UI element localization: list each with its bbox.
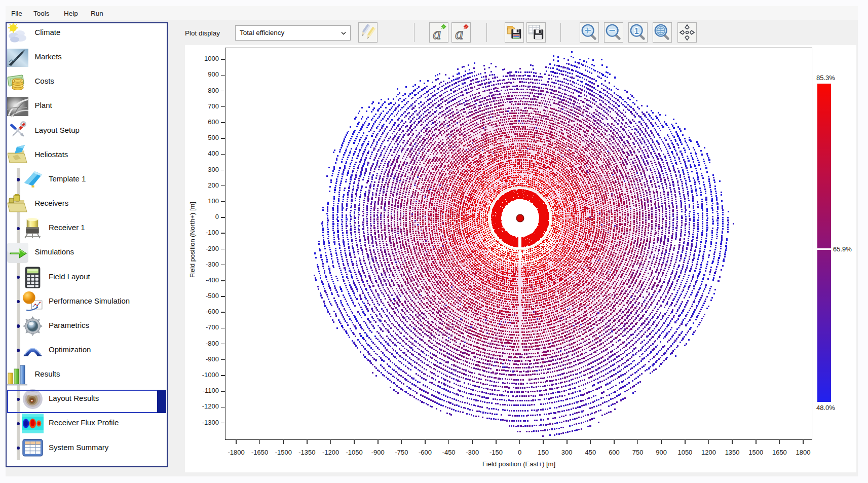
svg-text:a: a [433,24,441,42]
svg-text:1: 1 [634,26,639,35]
svg-text:a: a [455,24,463,42]
